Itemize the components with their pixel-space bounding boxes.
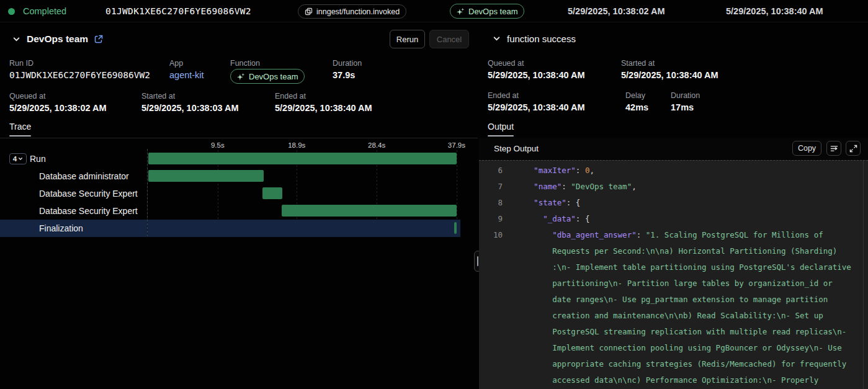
trace-span-bar[interactable]	[148, 153, 457, 164]
queued-at-value: 5/29/2025, 10:38:02 AM	[9, 103, 107, 113]
step-ended-at-value: 5/29/2025, 10:38:40 AM	[488, 102, 585, 112]
trace-span-bar[interactable]	[262, 187, 283, 199]
trace-row-database-security-expert[interactable]: Database Security Expert	[0, 185, 460, 202]
code-line: 6 "maxIter": 0,	[479, 163, 868, 179]
function-badge[interactable]: DevOps team	[450, 4, 524, 19]
line-number	[479, 356, 503, 372]
line-number: 7	[479, 179, 503, 195]
line-number	[479, 259, 503, 275]
run-detail-panel: DevOps team Rerun Cancel Run ID 01JWDK1X…	[0, 22, 478, 389]
code-text: Requests per Second:\n\na) Horizontal Pa…	[515, 243, 837, 259]
line-number: 8	[479, 195, 503, 211]
code-line: PostgreSQL streaming replication with mu…	[479, 324, 868, 340]
duration-label: Duration	[333, 59, 362, 68]
code-line: Implement connection pooling using PgBou…	[479, 340, 868, 356]
app-link[interactable]: agent-kit	[169, 70, 204, 80]
function-value-label: DevOps team	[249, 72, 298, 81]
trace-row-label: Database Security Expert	[39, 202, 138, 220]
code-line: appropriate caching strategies (Redis/Me…	[479, 356, 868, 372]
started-at-value: 5/29/2025, 10:38:03 AM	[141, 103, 239, 113]
code-line: Requests per Second:\n\na) Horizontal Pa…	[479, 243, 868, 259]
step-started-at-label: Started at	[621, 59, 718, 68]
run-status-label: Completed	[23, 0, 66, 22]
word-wrap-button[interactable]	[826, 141, 841, 156]
trace-span-bar[interactable]	[282, 205, 457, 217]
run-id-text: 01JWDK1XE6C270F6YE69086VW2	[105, 0, 251, 22]
wrap-lines-icon	[830, 145, 838, 153]
tab-trace[interactable]: Trace	[9, 122, 31, 136]
line-number: 10	[479, 227, 503, 243]
code-text: date ranges\n- Use pg_partman extension …	[515, 292, 828, 308]
ended-at-value: 5/29/2025, 10:38:40 AM	[275, 103, 372, 113]
code-text: "state": {	[515, 195, 580, 211]
code-line: date ranges\n- Use pg_partman extension …	[479, 292, 868, 308]
step-ended-at-label: Ended at	[488, 91, 585, 100]
collapse-step-chevron-icon[interactable]	[493, 35, 501, 43]
axis-tick-label: 18.9s	[288, 141, 305, 149]
run-ended-timestamp: 5/29/2025, 10:38:40 AM	[726, 0, 823, 22]
step-output-code-viewer[interactable]: 6 "maxIter": 0,7 "name": "DevOps team",8…	[479, 160, 868, 389]
line-number	[479, 292, 503, 308]
code-text: partitioning\n- Partition large tables b…	[515, 275, 833, 292]
trace-row-label: Database administrator	[39, 168, 129, 185]
trace-span-bar[interactable]	[454, 222, 457, 234]
line-number	[479, 243, 503, 259]
trace-row-label: Finalization	[39, 220, 83, 237]
code-scrollbar-track[interactable]	[863, 161, 864, 389]
step-title: function success	[507, 34, 576, 44]
code-text: :\n- Implement table partitioning using …	[515, 259, 851, 275]
code-text: "name": "DevOps team",	[515, 179, 637, 195]
line-number	[479, 324, 503, 340]
app-label: App	[169, 59, 204, 68]
step-detail-panel: function success Queued at 5/29/2025, 10…	[479, 22, 868, 389]
ended-at-label: Ended at	[275, 92, 372, 101]
axis-tick-label: 9.5s	[211, 141, 225, 149]
code-line: 10 "dba_agent_answer": "1. Scaling Postg…	[479, 227, 868, 243]
function-value-badge[interactable]: DevOps team	[230, 69, 305, 84]
cancel-button[interactable]: Cancel	[429, 30, 469, 48]
duration-value: 37.9s	[333, 70, 362, 80]
line-number: 9	[479, 211, 503, 227]
step-duration-value: 17ms	[671, 102, 700, 112]
step-queued-at-label: Queued at	[488, 59, 585, 68]
trace-row-finalization[interactable]: Finalization	[0, 220, 460, 237]
step-output-title: Step Output	[494, 138, 539, 160]
inngest-run-details-window: Completed 01JWDK1XE6C270F6YE69086VW2 inn…	[0, 0, 868, 389]
axis-tick-label: 28.4s	[368, 141, 385, 149]
code-line: :\n- Implement table partitioning using …	[479, 259, 868, 275]
trace-row-database-security-expert[interactable]: Database Security Expert	[0, 202, 460, 220]
expand-output-button[interactable]	[846, 141, 861, 156]
code-line: partitioning\n- Partition large tables b…	[479, 275, 868, 292]
code-text: accessed data\n\nc) Performance Optimiza…	[515, 372, 818, 388]
tab-output[interactable]: Output	[488, 122, 514, 136]
run-queued-timestamp: 5/29/2025, 10:38:02 AM	[568, 0, 665, 22]
code-text: Implement connection pooling using PgBou…	[515, 340, 842, 356]
trigger-event-badge[interactable]: inngest/function.invoked	[298, 4, 406, 19]
line-number	[479, 275, 503, 292]
trace-row-run[interactable]: 4Run	[0, 150, 460, 168]
trace-timeline: 9.5s18.9s28.4s37.9s4RunDatabase administ…	[0, 141, 478, 241]
step-started-at-value: 5/29/2025, 10:38:40 AM	[621, 70, 718, 80]
line-number	[479, 340, 503, 356]
status-dot-icon	[8, 8, 15, 15]
trace-row-database-administrator[interactable]: Database administrator	[0, 168, 460, 185]
code-text: "maxIter": 0,	[515, 163, 594, 179]
code-line: 9 "_data": {	[479, 211, 868, 227]
code-text: creation and maintenance\n\nb) Read Scal…	[515, 308, 823, 324]
run-id-value: 01JWDK1XE6C270F6YE69086VW2	[9, 70, 150, 80]
timeline-start-gridline	[147, 149, 148, 237]
step-queued-at-value: 5/29/2025, 10:38:40 AM	[488, 70, 585, 80]
copy-button[interactable]: Copy	[792, 141, 821, 156]
trace-span-bar[interactable]	[148, 170, 264, 182]
code-line: 8 "state": {	[479, 195, 868, 211]
rerun-button[interactable]: Rerun	[390, 30, 425, 48]
step-delay-label: Delay	[625, 91, 648, 100]
trace-row-label: Run	[30, 150, 46, 168]
collapse-run-chevron-icon[interactable]	[12, 35, 20, 43]
trace-row-label: Database Security Expert	[39, 185, 138, 202]
code-line: accessed data\n\nc) Performance Optimiza…	[479, 372, 868, 388]
external-link-icon[interactable]	[94, 35, 103, 43]
span-count-expander[interactable]: 4	[9, 153, 27, 164]
run-id-label: Run ID	[9, 59, 150, 68]
code-line: 7 "name": "DevOps team",	[479, 179, 868, 195]
